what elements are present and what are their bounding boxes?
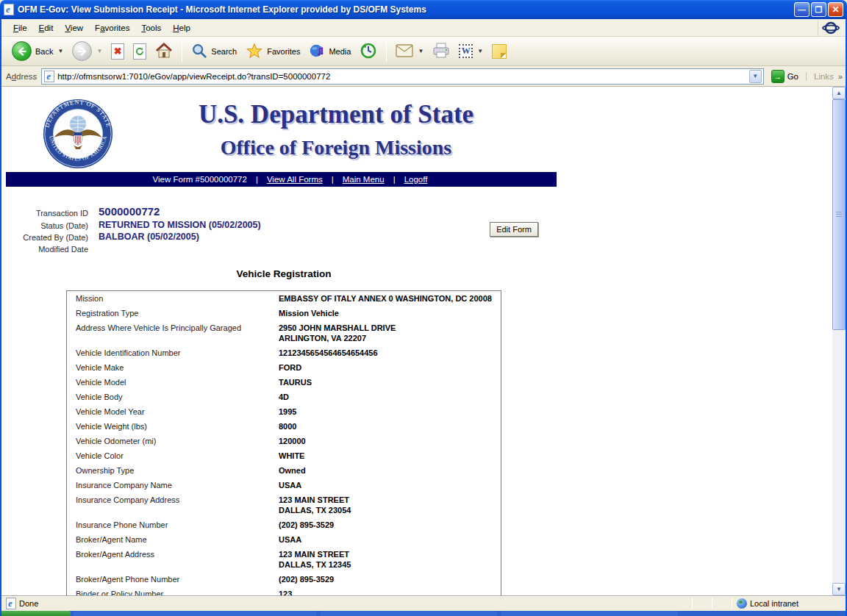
back-button[interactable]: Back ▼	[7, 39, 68, 63]
menu-item[interactable]: View	[59, 21, 89, 35]
table-row: Insurance Phone Number (202) 895-3529	[67, 517, 501, 532]
taskbar-edge[interactable]	[0, 611, 847, 616]
edit-with-word-button[interactable]: W ▼	[454, 42, 487, 60]
forward-button[interactable]: ▼	[68, 39, 107, 63]
field-value: 4D	[279, 392, 501, 402]
field-value: 2950 JOHN MARSHALL DRIVE ARLINGTON, VA 2…	[279, 323, 501, 343]
menu-item[interactable]: Favorites	[89, 21, 135, 35]
scrollbar-thumb[interactable]	[832, 99, 846, 330]
field-label: Mission	[67, 293, 279, 304]
close-button[interactable]: ✕	[828, 2, 843, 17]
print-button[interactable]	[428, 40, 454, 62]
notes-button[interactable]	[487, 42, 511, 61]
field-label: Broker/Agent Name	[67, 534, 279, 545]
field-value: WHITE	[279, 451, 501, 461]
refresh-button[interactable]	[129, 41, 151, 62]
created-by-value: BALBOAR (05/02/2005)	[99, 232, 199, 242]
search-button[interactable]: Search	[187, 40, 241, 62]
menu-item[interactable]: Help	[167, 21, 196, 35]
status-bar: Done Local intranet	[0, 595, 847, 611]
sticky-note-icon	[492, 44, 507, 59]
table-row: Broker/Agent Address 123 MAIN STREET DAL…	[67, 547, 501, 572]
field-value: EMBASSY OF ITALY ANNEX 0 WASHINGTON, DC …	[279, 293, 501, 304]
back-label: Back	[35, 47, 53, 56]
restore-button[interactable]: ❐	[811, 2, 826, 17]
menu-item[interactable]: Tools	[135, 21, 167, 35]
back-icon	[12, 41, 32, 61]
field-value: USAA	[279, 534, 501, 545]
field-value: 123	[279, 589, 501, 595]
address-input[interactable]: http://ofmsntsorw1:7010/eGov/app/viewRec…	[41, 68, 763, 85]
field-value: FORD	[279, 362, 501, 373]
home-button[interactable]	[151, 40, 177, 62]
table-row: Vehicle Model Year 1995	[67, 404, 501, 419]
field-value: TAURUS	[279, 377, 501, 387]
table-row: Vehicle Odometer (mi) 120000	[67, 434, 501, 448]
links-menu[interactable]: Links »	[806, 72, 841, 81]
field-label: Ownership Type	[67, 465, 279, 476]
refresh-icon	[133, 43, 146, 60]
field-label: Registration Type	[67, 308, 279, 318]
menu-item[interactable]: File	[7, 21, 33, 35]
menu-bar: File Edit View Favorites Tools Help	[1, 19, 846, 37]
table-row: Vehicle Model TAURUS	[67, 375, 501, 390]
media-label: Media	[329, 47, 351, 56]
menu-item[interactable]: Edit	[33, 21, 60, 35]
window-title: OFM E-Gov: View Submission Receipt - Mic…	[18, 4, 794, 15]
office-foreign-missions-title: Office of Foreign Missions	[126, 136, 546, 160]
nav-link[interactable]: Main Menu	[343, 175, 385, 184]
stop-icon: ✖	[111, 43, 124, 60]
stop-button[interactable]: ✖	[107, 41, 129, 62]
edit-dropdown-icon[interactable]: ▼	[477, 48, 483, 54]
go-button[interactable]: → Go	[768, 68, 801, 85]
nav-link[interactable]: View Form #5000000772	[153, 175, 247, 184]
home-icon	[155, 43, 173, 60]
status-divider	[692, 598, 693, 609]
favorites-button[interactable]: Favorites	[241, 40, 304, 62]
url-page-icon	[44, 71, 54, 82]
throbber-logo	[818, 20, 843, 36]
edit-form-button[interactable]: Edit Form	[490, 222, 538, 237]
media-button[interactable]: Media	[304, 40, 355, 62]
go-arrow-icon: →	[771, 70, 785, 83]
field-label: Vehicle Make	[67, 362, 279, 373]
transaction-id-value: 5000000772	[99, 205, 160, 218]
field-label: Broker/Agent Phone Number	[67, 574, 279, 584]
favorites-label: Favorites	[267, 47, 300, 56]
history-icon	[360, 42, 377, 61]
created-by-label: Created By (Date)	[1, 233, 88, 242]
mail-dropdown-icon[interactable]: ▼	[418, 48, 424, 54]
table-row: Broker/Agent Phone Number (202) 895-3529	[67, 572, 501, 587]
back-dropdown-icon[interactable]: ▼	[57, 48, 63, 54]
status-divider	[712, 598, 712, 609]
field-value: (202) 895-3529	[279, 574, 501, 584]
start-button-edge[interactable]	[0, 611, 71, 616]
browser-window: OFM E-Gov: View Submission Receipt - Mic…	[0, 0, 847, 616]
nav-link[interactable]: View All Forms	[267, 175, 323, 184]
table-row: Ownership Type Owned	[67, 463, 501, 478]
field-value: 1995	[279, 407, 501, 417]
field-value: (202) 895-3529	[279, 520, 501, 530]
scroll-down-button[interactable]: ▼	[832, 583, 846, 595]
url-text[interactable]: http://ofmsntsorw1:7010/eGov/app/viewRec…	[57, 72, 746, 81]
department-of-state-seal: DEPARTMENT OF STATE UNITED STATES OF AME…	[43, 99, 113, 169]
forward-dropdown-icon[interactable]: ▼	[96, 48, 102, 54]
address-dropdown-button[interactable]: ▼	[749, 70, 762, 83]
field-value: 8000	[279, 421, 501, 431]
address-bar: Address http://ofmsntsorw1:7010/eGov/app…	[1, 66, 846, 87]
table-row: Insurance Company Address 123 MAIN STREE…	[67, 493, 501, 517]
links-chevron-icon[interactable]: »	[838, 72, 841, 81]
scroll-up-button[interactable]: ▲	[832, 87, 846, 99]
status-empty-pane	[714, 598, 730, 609]
status-value: RETURNED TO MISSION (05/02/2005)	[99, 220, 261, 230]
mail-button[interactable]: ▼	[391, 42, 428, 61]
vertical-scrollbar[interactable]: ▲ ▼	[832, 87, 846, 595]
page-header: U.S. Department of State Office of Forei…	[126, 100, 546, 160]
toolbar: Back ▼ ▼ ✖ Search	[1, 37, 846, 66]
scrollbar-grip	[836, 212, 842, 218]
intranet-zone-label: Local intranet	[750, 599, 798, 608]
minimize-button[interactable]: —	[794, 2, 810, 17]
history-button[interactable]	[355, 40, 382, 63]
nav-link[interactable]: Logoff	[404, 175, 428, 184]
search-icon	[191, 43, 207, 60]
